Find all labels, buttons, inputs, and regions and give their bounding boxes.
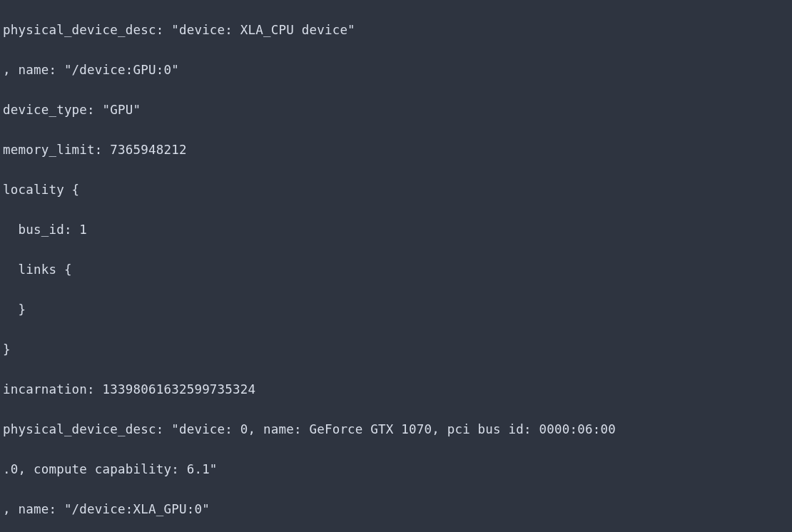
output-line: physical_device_desc: "device: 0, name: …	[3, 419, 789, 439]
output-line: }	[3, 339, 789, 359]
output-line: locality {	[3, 180, 789, 200]
output-line: , name: "/device:GPU:0"	[3, 60, 789, 80]
output-line: device_type: "GPU"	[3, 100, 789, 120]
output-line: , name: "/device:XLA_GPU:0"	[3, 499, 789, 519]
output-line: physical_device_desc: "device: XLA_CPU d…	[3, 20, 789, 40]
output-line: bus_id: 1	[3, 220, 789, 240]
output-line: .0, compute capability: 6.1"	[3, 459, 789, 479]
output-line: }	[3, 300, 789, 319]
output-line: incarnation: 13398061632599735324	[3, 379, 789, 399]
output-line: links {	[3, 260, 789, 280]
terminal[interactable]: physical_device_desc: "device: XLA_CPU d…	[0, 0, 792, 532]
output-line: memory_limit: 7365948212	[3, 140, 789, 160]
